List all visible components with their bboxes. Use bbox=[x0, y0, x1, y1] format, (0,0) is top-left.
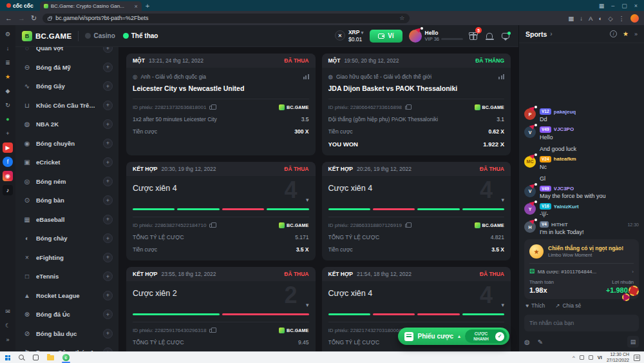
add-to-favorites-button[interactable]: + bbox=[103, 195, 113, 205]
add-to-favorites-button[interactable]: + bbox=[103, 81, 113, 91]
like-button[interactable]: ♥Thích bbox=[526, 302, 545, 309]
match-teams[interactable]: JDA Dijon Basket vs PAOK Thessaloniki bbox=[328, 84, 505, 92]
start-button[interactable] bbox=[4, 353, 12, 363]
user-avatar[interactable]: H bbox=[524, 221, 536, 233]
close-window-button[interactable]: × bbox=[634, 3, 638, 9]
expand-chevron-icon[interactable]: ▾ bbox=[306, 197, 309, 203]
action-center-icon[interactable] bbox=[634, 355, 640, 361]
win-card[interactable]: ★Chiến thắng có vị ngọt ngào!Limbo Wow M… bbox=[524, 239, 639, 299]
notifications-icon[interactable]: ✉ bbox=[3, 306, 13, 317]
sidebar-panels-icon[interactable]: ▦ bbox=[568, 15, 574, 22]
add-to-favorites-button[interactable]: + bbox=[103, 119, 113, 129]
stats-icon[interactable] bbox=[303, 74, 309, 79]
coccoc-taskbar-button[interactable]: c bbox=[61, 353, 71, 363]
add-to-favorites-button[interactable]: + bbox=[103, 47, 113, 53]
add-to-favorites-button[interactable]: + bbox=[103, 253, 113, 262]
download-icon[interactable]: ↓ bbox=[580, 15, 583, 22]
language-indicator[interactable]: VI bbox=[598, 355, 602, 360]
chat-channel-title[interactable]: Sports bbox=[526, 30, 547, 38]
sidebar-item-quần-vợt[interactable]: ◌Quần vợt+ bbox=[15, 47, 118, 58]
chat-message-input[interactable] bbox=[524, 315, 639, 331]
browser-menu-icon[interactable]: ⋮ bbox=[619, 15, 625, 22]
add-to-favorites-button[interactable]: + bbox=[103, 348, 113, 351]
copy-icon[interactable] bbox=[209, 329, 213, 333]
downloads-icon[interactable]: ↓ bbox=[3, 43, 13, 54]
share-button[interactable]: ↗Chia sẻ bbox=[555, 302, 581, 309]
sidebar-item-bóng-đá-mỹ[interactable]: ⊖Bóng đá Mỹ+ bbox=[15, 58, 118, 77]
tiktok-icon[interactable]: ♪ bbox=[3, 185, 13, 195]
task-view-button[interactable] bbox=[32, 353, 40, 363]
sidebar-item-đua-xe-công-thức-1[interactable]: ⚑Đua xe Công thức 1+ bbox=[15, 343, 118, 351]
wallet-button[interactable]: Ví bbox=[370, 30, 402, 43]
user-avatar[interactable]: V bbox=[524, 186, 536, 197]
user-avatar[interactable]: Y bbox=[524, 203, 536, 215]
sidebar-item-efighting[interactable]: ×eFighting+ bbox=[15, 248, 118, 268]
sidebar-item-bóng-bàn[interactable]: ⊙Bóng bàn+ bbox=[15, 191, 118, 210]
add-to-favorites-button[interactable]: + bbox=[103, 63, 113, 72]
search-button[interactable] bbox=[17, 353, 26, 363]
username[interactable]: hateafkm bbox=[554, 156, 576, 162]
sidebar-item-nba-2k[interactable]: ◍NBA 2K+ bbox=[15, 115, 118, 134]
games-icon[interactable]: ◆ bbox=[3, 86, 13, 96]
youtube-icon[interactable]: ▶ bbox=[3, 142, 13, 153]
add-to-favorites-button[interactable]: + bbox=[103, 271, 113, 281]
user-avatar[interactable]: MC bbox=[524, 156, 536, 168]
browser-tab[interactable]: BC.Game: Crypto Casino Gan... × bbox=[40, 1, 142, 11]
expand-chevron-icon[interactable]: ▾ bbox=[501, 197, 504, 203]
news-feed-icon[interactable]: ≣ bbox=[3, 57, 13, 68]
maximize-button[interactable]: ▢ bbox=[621, 3, 627, 9]
sidebar-item-bóng-ném[interactable]: ◎Bóng ném+ bbox=[15, 172, 118, 191]
rewards-gift-icon[interactable]: 5 bbox=[469, 32, 477, 40]
bell-icon[interactable] bbox=[486, 33, 493, 39]
sidebar-item-bóng-đá-úc[interactable]: ⊗Bóng đá Úc+ bbox=[15, 305, 118, 324]
add-to-favorites-button[interactable]: + bbox=[103, 215, 113, 224]
minimize-button[interactable]: – bbox=[611, 3, 614, 9]
network-icon[interactable] bbox=[580, 355, 584, 360]
bet-slip-button[interactable]: Phiếu cược ▴ CƯỢC NHANH ✓ bbox=[398, 328, 510, 345]
tray-expand-icon[interactable]: ^ bbox=[573, 355, 575, 360]
night-mode-icon[interactable]: ☾ bbox=[3, 320, 13, 331]
add-to-favorites-button[interactable]: + bbox=[103, 233, 113, 243]
url-text[interactable]: bc.game/vi/sports?bt-path=%2Fbets bbox=[55, 15, 395, 21]
bcgame-logo[interactable]: B BC.GAME bbox=[22, 31, 71, 41]
bookmark-star-icon[interactable]: ☆ bbox=[399, 15, 404, 21]
new-tab-button[interactable]: + bbox=[146, 2, 149, 10]
sidebar-item-etennis[interactable]: □eTennis+ bbox=[15, 267, 118, 286]
username[interactable]: YalnizKurt bbox=[554, 204, 579, 210]
add-to-favorites-button[interactable]: + bbox=[103, 157, 113, 167]
settings-icon[interactable]: ⚙ bbox=[3, 29, 13, 39]
copy-icon[interactable] bbox=[405, 106, 409, 110]
expand-chevron-icon[interactable]: ▾ bbox=[501, 302, 504, 308]
back-button[interactable]: ← bbox=[5, 15, 12, 22]
username[interactable]: pakajeuq bbox=[554, 109, 576, 115]
wallet-balance[interactable]: ✕ XRP ▾ $0.01 bbox=[335, 29, 363, 43]
trophy-icon[interactable]: ★ bbox=[623, 30, 629, 37]
reload-button[interactable]: ↻ bbox=[31, 15, 37, 22]
add-to-favorites-button[interactable]: + bbox=[103, 101, 113, 110]
sidebar-item-rocket-league[interactable]: ▲Rocket League+ bbox=[15, 286, 118, 306]
browser-profile-avatar[interactable] bbox=[630, 14, 639, 23]
instagram-icon[interactable]: ◉ bbox=[3, 171, 13, 181]
pencil-icon[interactable]: ✎ bbox=[538, 338, 543, 346]
bet-code-row[interactable]: ⚄Mã cược: #1011764844...› bbox=[529, 268, 634, 275]
adblock-icon[interactable]: ◐ bbox=[598, 15, 602, 22]
nav-tab-casino[interactable]: Casino bbox=[85, 32, 115, 39]
sidebar-item-ecricket[interactable]: ▣eCricket+ bbox=[15, 153, 118, 172]
translate-icon[interactable]: A bbox=[589, 15, 592, 22]
add-to-favorites-button[interactable]: + bbox=[103, 309, 113, 319]
profile-widget[interactable]: Hello VIP 36 bbox=[409, 30, 463, 43]
username[interactable]: HiTHiT bbox=[551, 222, 568, 228]
username[interactable]: VJC3PO bbox=[554, 186, 574, 191]
add-to-favorites-button[interactable]: + bbox=[103, 329, 113, 338]
sidebar-item-bóng-chày[interactable]: ◐Bóng chày+ bbox=[15, 229, 118, 248]
chat-toggle-icon[interactable] bbox=[502, 33, 509, 39]
taskbar-clock[interactable]: 12:30 CH 27/12/2022 bbox=[607, 352, 629, 363]
sidebar-item-bóng-chuyền[interactable]: ◉Bóng chuyền+ bbox=[15, 134, 118, 153]
sidebar-item-bóng-bầu-dục[interactable]: ⊘Bóng bầu dục+ bbox=[15, 324, 118, 344]
match-teams[interactable]: Leicester City vs Newcastle United bbox=[133, 84, 309, 92]
volume-icon[interactable] bbox=[589, 355, 593, 360]
toggle-knob[interactable]: ✓ bbox=[495, 332, 504, 341]
history-icon[interactable]: ↻ bbox=[3, 100, 13, 110]
profile-avatar[interactable] bbox=[409, 30, 422, 43]
stats-icon[interactable] bbox=[498, 74, 504, 79]
